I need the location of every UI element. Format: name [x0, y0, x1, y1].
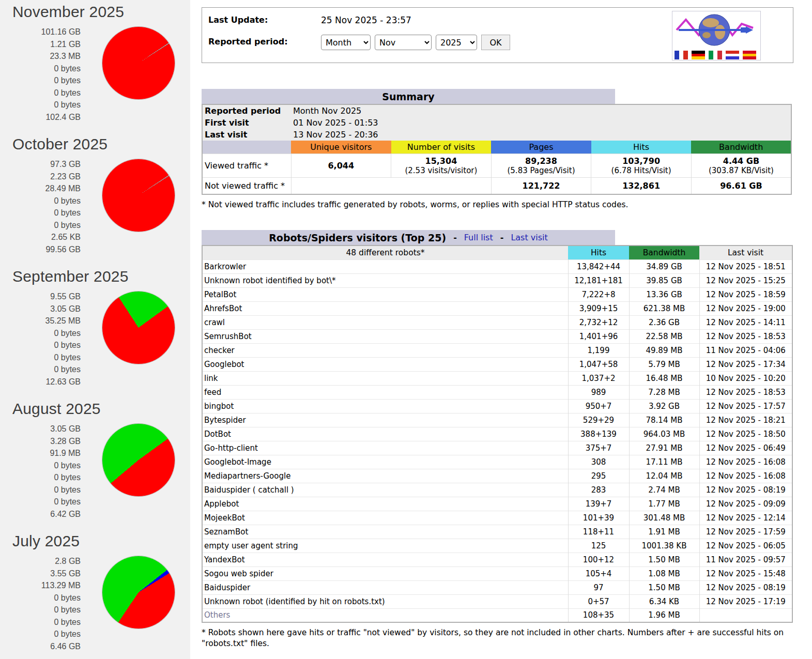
traffic-value: 0 bytes	[12, 471, 81, 484]
robot-name: Unknown robot identified by bot\*	[202, 273, 568, 287]
robot-last-visit: 12 Nov 2025 - 18:53	[699, 385, 792, 399]
traffic-value: 0 bytes	[12, 616, 81, 629]
robot-last-visit: 12 Nov 2025 - 08:19	[699, 580, 792, 594]
robot-bandwidth: 301.48 MB	[629, 511, 699, 525]
traffic-value: 0 bytes	[12, 99, 81, 111]
robot-bandwidth: 34.89 GB	[629, 259, 699, 273]
robot-bandwidth: 2.74 MB	[629, 483, 699, 497]
robot-bandwidth: 27.91 MB	[629, 441, 699, 455]
robot-last-visit	[699, 608, 792, 622]
traffic-value: 0 bytes	[12, 327, 81, 340]
ok-button[interactable]: OK	[481, 35, 510, 50]
traffic-value: 6.42 GB	[12, 508, 81, 520]
summary-table: Reported periodMonth Nov 2025First visit…	[202, 104, 792, 195]
month-summary-block: July 20252.8 GB3.55 GB113.29 MB0 bytes0 …	[12, 532, 190, 652]
summary-sub-value: (5.83 Pages/Visit)	[492, 166, 591, 175]
traffic-value: 2.23 GB	[12, 171, 81, 183]
robot-name: Baiduspider ( catchall )	[202, 483, 568, 497]
robot-name: MojeekBot	[202, 511, 568, 525]
robot-name: Barkrowler	[202, 259, 568, 273]
traffic-value: 12.63 GB	[12, 376, 81, 388]
robot-last-visit: 12 Nov 2025 - 08:19	[699, 483, 792, 497]
robot-bandwidth: 1.91 MB	[629, 525, 699, 539]
robot-name: checker	[202, 343, 568, 357]
robot-last-visit: 12 Nov 2025 - 19:00	[699, 301, 792, 315]
period-month-select[interactable]: Nov	[375, 35, 432, 50]
month-summary-block: August 20253.05 GB3.28 GB91.9 MB0 bytes0…	[12, 400, 190, 520]
robot-row: bingbot950+73.92 GB12 Nov 2025 - 17:57	[202, 399, 792, 413]
traffic-value: 102.4 GB	[12, 111, 81, 124]
robot-last-visit: 12 Nov 2025 - 17:57	[699, 399, 792, 413]
robot-last-visit: 12 Nov 2025 - 06:05	[699, 539, 792, 553]
robot-row: Go-http-client375+727.91 MB12 Nov 2025 -…	[202, 441, 792, 455]
robot-last-visit: 12 Nov 2025 - 12:14	[699, 511, 792, 525]
traffic-value: 0 bytes	[12, 459, 81, 472]
robot-last-visit: 12 Nov 2025 - 18:50	[699, 427, 792, 441]
robot-row: Applebot139+71.77 MB12 Nov 2025 - 09:09	[202, 497, 792, 511]
summary-main-value: 103,790	[591, 156, 691, 166]
robot-hits: 2,732+12	[568, 315, 629, 329]
summary-corner-cell	[202, 141, 291, 154]
month-traffic-values: 3.05 GB3.28 GB91.9 MB0 bytes0 bytes0 byt…	[12, 423, 81, 520]
bandwidth-column-header: Bandwidth	[629, 246, 699, 259]
robot-row: PetalBot7,222+813.36 GB12 Nov 2025 - 18:…	[202, 287, 792, 301]
robot-hits: 12,181+181	[568, 273, 629, 287]
awstats-globe-icon	[675, 12, 758, 48]
traffic-value: 3.05 GB	[12, 303, 81, 315]
robot-name: Unknown robot (identified by hit on robo…	[202, 594, 568, 608]
summary-info-label: Reported period	[202, 104, 291, 117]
month-traffic-values: 9.55 GB3.05 GB35.25 MB0 bytes0 bytes0 by…	[12, 290, 81, 388]
awstats-logo	[672, 11, 761, 60]
robot-hits: 1,037+2	[568, 371, 629, 385]
last-visit-link[interactable]: Last visit	[511, 233, 547, 242]
robot-bandwidth: 22.58 MB	[629, 329, 699, 343]
robot-name: SeznamBot	[202, 525, 568, 539]
language-flags	[675, 51, 758, 59]
traffic-value: 3.28 GB	[12, 435, 81, 448]
robot-bandwidth: 17.11 MB	[629, 455, 699, 469]
robot-row: Googlebot-Image30817.11 MB12 Nov 2025 - …	[202, 455, 792, 469]
robots-footnote: * Robots shown here gave hits or traffic…	[202, 627, 793, 649]
robot-name: bingbot	[202, 399, 568, 413]
robots-title-bar: Robots/Spiders visitors (Top 25) - Full …	[202, 230, 615, 245]
last-update-label: Last Update:	[208, 13, 321, 25]
robot-row: Unknown robot identified by bot\*12,181+…	[202, 273, 792, 287]
robot-hits: 295	[568, 469, 629, 483]
summary-main-value: 6,044	[292, 161, 391, 171]
summary-sub-value: (6.78 Hits/Visit)	[591, 166, 691, 175]
robot-hits: 950+7	[568, 399, 629, 413]
traffic-pie-chart	[102, 424, 175, 496]
period-type-select[interactable]: Month	[321, 35, 371, 50]
robot-name: DotBot	[202, 427, 568, 441]
month-traffic-values: 2.8 GB3.55 GB113.29 MB0 bytes0 bytes0 by…	[12, 555, 81, 652]
traffic-value: 0 bytes	[12, 496, 81, 508]
robot-name: crawl	[202, 315, 568, 329]
month-summary-block: October 202597.3 GB2.23 GB28.49 MB0 byte…	[12, 135, 190, 255]
robot-bandwidth: 49.89 MB	[629, 343, 699, 357]
robot-name: Mediapartners-Google	[202, 469, 568, 483]
robot-hits: 139+7	[568, 497, 629, 511]
month-title: August 2025	[12, 400, 190, 418]
robot-bandwidth: 3.92 GB	[629, 399, 699, 413]
month-title: September 2025	[12, 268, 190, 285]
traffic-value: 0 bytes	[12, 219, 81, 232]
separator-dash: -	[500, 233, 504, 242]
full-list-link[interactable]: Full list	[464, 233, 493, 242]
summary-column-header: Pages	[491, 141, 591, 154]
robot-name: feed	[202, 385, 568, 399]
period-year-select[interactable]: 2025	[436, 35, 477, 50]
traffic-value: 2.8 GB	[12, 555, 81, 568]
month-summary-block: September 20259.55 GB3.05 GB35.25 MB0 by…	[12, 268, 190, 388]
summary-main-value: 89,238	[492, 156, 591, 166]
traffic-value: 0 bytes	[12, 339, 81, 351]
traffic-pie-chart	[102, 292, 175, 364]
summary-title: Summary	[382, 91, 434, 102]
summary-main-value: 4.44 GB	[692, 156, 791, 166]
robot-bandwidth: 6.34 KB	[629, 594, 699, 608]
robot-row: MojeekBot101+39301.48 MB12 Nov 2025 - 12…	[202, 511, 792, 525]
robot-hits: 989	[568, 385, 629, 399]
summary-value-cell: 103,790(6.78 Hits/Visit)	[591, 154, 692, 178]
traffic-value: 0 bytes	[12, 484, 81, 496]
robot-hits: 1,047+58	[568, 357, 629, 371]
traffic-value: 97.3 GB	[12, 158, 81, 171]
